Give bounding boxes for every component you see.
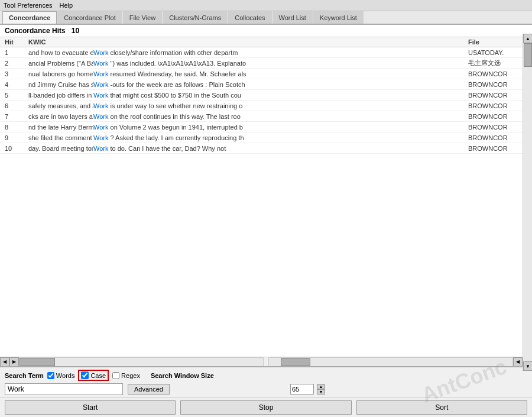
window-size-label: Search Window Size: [151, 372, 214, 379]
words-checkbox-group: Words: [47, 372, 75, 379]
scroll-track[interactable]: [523, 43, 532, 361]
words-label: Words: [56, 372, 75, 379]
cell-context: Work to do. Can I have the car, Dad? Why…: [93, 145, 468, 152]
keyword: Work: [93, 60, 108, 67]
table-row[interactable]: 4 nd Jimmy Cruise has several that can r…: [0, 79, 532, 90]
table-row[interactable]: 6 safety measures, and a search is now o…: [0, 101, 532, 111]
cell-context: Work is under way to see whether new res…: [93, 102, 468, 109]
table-body[interactable]: 1 and how to evacuate employees in an em…: [0, 47, 532, 357]
scroll-down-btn[interactable]: ▼: [523, 361, 532, 371]
search-area: Search Term Words Case Regex Search Wind…: [0, 366, 532, 397]
advanced-button[interactable]: Advanced: [128, 384, 170, 395]
scroll-left-btn2[interactable]: ◀: [513, 357, 523, 367]
cell-hit: 3: [5, 70, 28, 77]
tab-collocates[interactable]: Collocates: [228, 11, 271, 24]
scroll-left-btn[interactable]: ◀: [0, 357, 9, 367]
cell-file: BROWNCOR: [468, 70, 527, 77]
tab-file-view[interactable]: File View: [123, 11, 162, 24]
start-button[interactable]: Start: [5, 400, 176, 415]
table-row[interactable]: 10 day. Board meeting tonight, Cady? No,…: [0, 143, 532, 154]
tab-clusters-ngrams[interactable]: Clusters/N-Grams: [163, 11, 228, 24]
horizontal-scrollbar[interactable]: ◀ ▶ ◀ ▶: [0, 357, 532, 366]
table-row[interactable]: 8 nd the late Harry Berman, all of Harva…: [0, 122, 532, 132]
cell-file: BROWNCOR: [468, 113, 527, 120]
scrollbar-thumb-right[interactable]: [281, 358, 310, 366]
cell-file: BROWNCOR: [468, 124, 527, 131]
cell-kwic: she filed the comment away for further m…: [28, 134, 93, 141]
cell-context: Work -outs for the week are as follows :…: [93, 81, 468, 88]
cell-kwic: ll-banded job differs in various parts o…: [28, 92, 93, 99]
scroll-right-btn-left[interactable]: ▶: [9, 357, 19, 367]
table-row[interactable]: 7 cks are in two layers and are not mort…: [0, 111, 532, 122]
words-checkbox[interactable]: [47, 372, 54, 379]
keyword: Work: [93, 81, 108, 88]
window-size-input[interactable]: [290, 384, 314, 395]
main-content: Concordance Hits 10 Hit KWIC File 1 and …: [0, 25, 532, 366]
cell-hit: 10: [5, 145, 28, 152]
cell-file: BROWNCOR: [468, 81, 527, 88]
cell-kwic: day. Board meeting tonight, Cady? No, I …: [28, 145, 93, 152]
concordance-header: Concordance Hits 10: [0, 25, 532, 37]
table-row[interactable]: 9 she filed the comment away for further…: [0, 132, 532, 143]
cell-hit: 1: [5, 49, 28, 56]
sort-button[interactable]: Sort: [356, 400, 527, 415]
table-row[interactable]: 5 ll-banded job differs in various parts…: [0, 90, 532, 101]
concordance-hits-label: Concordance Hits: [5, 27, 66, 35]
concordance-hit-count: 10: [72, 27, 79, 35]
keyword: Work: [93, 49, 108, 56]
cell-kwic: ancial Problems ("A Basic Summing-Up of …: [28, 60, 93, 67]
cell-kwic: and how to evacuate employees in an emer…: [28, 49, 93, 56]
table-header: Hit KWIC File: [0, 37, 532, 47]
scroll-up-btn[interactable]: ▲: [523, 34, 532, 43]
cell-file: BROWNCOR: [468, 102, 527, 109]
cell-file: BROWNCOR: [468, 145, 527, 152]
cell-kwic: nd Jimmy Cruise has several that can rea…: [28, 81, 93, 88]
scrollbar-thumb-left[interactable]: [20, 358, 55, 366]
cell-context: Work ? Asked the lady. I am currently re…: [93, 134, 468, 141]
keyword: Work: [93, 70, 108, 77]
cell-context: Work resumed Wednesday, he said. Mr. Sch…: [93, 70, 468, 77]
case-checkbox-group: Case: [78, 370, 109, 381]
bottom-buttons: Start Stop Sort: [0, 397, 532, 417]
table-row[interactable]: 1 and how to evacuate employees in an em…: [0, 47, 532, 58]
cell-file: BROWNCOR: [468, 92, 527, 99]
col-header-file: File: [468, 38, 527, 46]
cell-context: Work closely/share information with othe…: [93, 49, 468, 56]
spinner-up[interactable]: ▲: [317, 384, 325, 389]
table-row[interactable]: 2 ancial Problems ("A Basic Summing-Up o…: [0, 58, 532, 69]
cell-hit: 9: [5, 134, 28, 141]
menu-help[interactable]: Help: [60, 2, 73, 9]
search-input[interactable]: [5, 383, 123, 395]
tab-keyword-list[interactable]: Keyword List: [313, 11, 364, 24]
case-checkbox[interactable]: [81, 371, 89, 379]
search-input-row: Advanced ▲ ▼: [5, 383, 527, 395]
cell-kwic: cks are in two layers and are not mortar…: [28, 113, 93, 120]
keyword: Work: [93, 113, 108, 120]
tab-concordance[interactable]: Concordance: [2, 11, 57, 24]
cell-kwic: nual laborers go home Tuesday night for …: [28, 70, 93, 77]
tab-concordance-plot[interactable]: Concordance Plot: [57, 11, 122, 24]
col-header-context: [93, 38, 468, 46]
menu-tool-preferences[interactable]: Tool Preferences: [4, 2, 53, 9]
stop-button[interactable]: Stop: [180, 400, 351, 415]
scrollbar-track-left[interactable]: [19, 357, 264, 367]
cell-file: USATODAY.: [468, 49, 527, 56]
table-row[interactable]: 3 nual laborers go home Tuesday night fo…: [0, 69, 532, 79]
col-header-hit: Hit: [5, 38, 28, 46]
scrollbar-track-right[interactable]: [268, 357, 513, 367]
cell-context: Work ") was included. \xA1\xA1\xA1\xA13.…: [93, 60, 468, 67]
regex-checkbox[interactable]: [112, 372, 119, 379]
window-size-spinner[interactable]: ▲ ▼: [317, 384, 325, 395]
spinner-down[interactable]: ▼: [317, 389, 325, 395]
cell-file: BROWNCOR: [468, 134, 527, 141]
cell-kwic: nd the late Harry Berman, all of Harvard…: [28, 124, 93, 131]
regex-checkbox-group: Regex: [112, 372, 140, 379]
vertical-scrollbar[interactable]: ▲ ▼: [523, 34, 532, 371]
tab-word-list[interactable]: Word List: [273, 11, 313, 24]
scroll-thumb[interactable]: [524, 43, 532, 67]
cell-file: 毛主席文选: [468, 59, 527, 67]
keyword: Work: [93, 124, 108, 131]
menu-bar: Tool Preferences Help: [0, 0, 532, 11]
keyword: Work: [93, 102, 108, 109]
search-options-row: Search Term Words Case Regex Search Wind…: [5, 370, 527, 381]
